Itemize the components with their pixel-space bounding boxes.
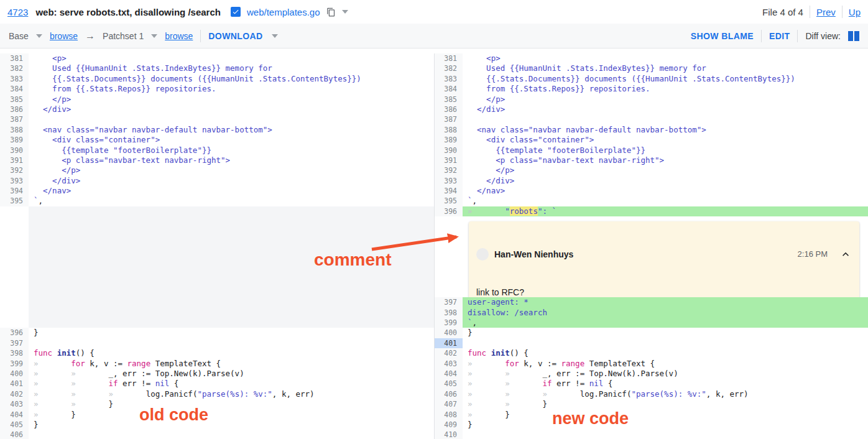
prev-file-link[interactable]: Prev (816, 7, 836, 17)
right-line-number[interactable]: 400 (434, 328, 463, 338)
right-line-number[interactable]: 383 (434, 74, 463, 84)
base-selector[interactable]: Base (9, 31, 29, 41)
right-line-number[interactable]: 396 (434, 206, 463, 216)
code-segment: <p> (468, 53, 501, 63)
right-line-number[interactable]: 389 (434, 135, 463, 145)
right-line-number[interactable]: 388 (434, 125, 463, 135)
diff-rows: 381 <p>381 <p>382 Used {{HumanUnit .Stat… (0, 49, 868, 439)
code-segment: nil (589, 379, 604, 388)
diff-row: 395`,395`, (0, 196, 868, 206)
left-line-number[interactable]: 395 (0, 196, 29, 206)
code-segment: for (71, 359, 85, 368)
left-line-number[interactable]: 381 (0, 53, 29, 63)
right-code-line: `, (463, 196, 868, 206)
left-line-number[interactable]: 403 (0, 399, 29, 409)
left-line-number[interactable]: 393 (0, 176, 29, 186)
right-line-number[interactable]: 397 (434, 297, 463, 307)
left-line-number[interactable]: 396 (0, 328, 29, 338)
patchset-dropdown-icon[interactable] (151, 34, 157, 38)
left-line-number[interactable]: 402 (0, 389, 29, 399)
right-line-number[interactable]: 390 (434, 146, 463, 155)
left-line-number[interactable]: 392 (0, 165, 29, 175)
right-line-number[interactable]: 384 (434, 84, 463, 94)
right-line-number[interactable]: 401 (434, 338, 463, 348)
left-line-number[interactable]: 382 (0, 63, 29, 73)
file-name-link[interactable]: web/templates.go (247, 7, 320, 17)
right-line-number[interactable]: 408 (434, 410, 463, 420)
left-line-number[interactable]: 406 (0, 430, 29, 439)
right-line-number[interactable]: 398 (434, 308, 463, 318)
right-line-number[interactable]: 381 (434, 53, 463, 63)
right-line-number[interactable]: 399 (434, 318, 463, 328)
right-line-number[interactable]: 406 (434, 389, 463, 399)
right-line-number[interactable]: 382 (434, 63, 463, 73)
right-line-number[interactable]: 404 (434, 369, 463, 379)
diff-row: 384 from {{.Stats.Repos}} repositories.3… (0, 84, 868, 94)
right-line-number[interactable]: 407 (434, 399, 463, 409)
left-line-number[interactable]: 385 (0, 95, 29, 104)
download-dropdown-icon[interactable] (272, 34, 278, 38)
right-line-number[interactable]: 409 (434, 420, 463, 430)
reviewed-checkbox[interactable] (231, 7, 241, 17)
left-line-number[interactable]: 399 (0, 359, 29, 369)
right-line-number[interactable]: 402 (434, 348, 463, 358)
left-line-number[interactable]: 390 (0, 146, 29, 155)
left-code-line: » » } (29, 399, 434, 409)
code-segment: err != (552, 379, 589, 388)
download-button[interactable]: DOWNLOAD (208, 31, 262, 41)
left-line-number[interactable]: 384 (0, 84, 29, 94)
left-line-number[interactable]: 387 (0, 114, 29, 124)
left-line-number[interactable]: 388 (0, 125, 29, 135)
right-line-number[interactable]: 385 (434, 95, 463, 104)
left-line-number[interactable]: 394 (0, 186, 29, 196)
left-code-line: » » _, err := Top.New(k).Parse(v) (29, 369, 434, 379)
right-line-number[interactable]: 386 (434, 104, 463, 114)
code-segment: init (57, 348, 76, 358)
right-line-number[interactable]: 392 (434, 165, 463, 175)
side-by-side-icon[interactable] (848, 31, 859, 41)
code-segment: , k, err) (706, 389, 749, 399)
diff-row: 406410 (0, 430, 868, 439)
collapse-comment-icon[interactable] (839, 248, 852, 261)
left-line-number[interactable]: 405 (0, 420, 29, 430)
code-segment: </nav> (468, 186, 505, 195)
left-line-number[interactable]: 401 (0, 379, 29, 389)
left-line-number[interactable]: 400 (0, 369, 29, 379)
code-segment: ": (538, 206, 552, 216)
right-code-line: `, (463, 318, 868, 328)
show-blame-button[interactable]: SHOW BLAME (691, 31, 754, 41)
copy-icon[interactable] (326, 7, 336, 17)
patchset-selector[interactable]: Patchset 1 (103, 31, 144, 41)
right-line-number[interactable]: 403 (434, 359, 463, 369)
right-code-line: </p> (463, 165, 868, 175)
left-line-number[interactable]: 391 (0, 155, 29, 165)
code-segment: </p> (34, 165, 80, 175)
browse-patchset-link[interactable]: browse (165, 31, 193, 41)
base-dropdown-icon[interactable] (36, 34, 42, 38)
left-line-number[interactable]: 397 (0, 338, 29, 348)
edit-button[interactable]: EDIT (769, 31, 790, 41)
right-line-number[interactable]: 387 (434, 114, 463, 124)
left-code-line: {{template "footerBoilerplate"}} (29, 146, 434, 155)
code-segment: , (473, 318, 478, 327)
up-link[interactable]: Up (849, 7, 861, 17)
left-line-number[interactable]: 404 (0, 410, 29, 420)
code-segment: ` (34, 196, 39, 205)
code-segment: <p class="navbar-text navbar-right"> (468, 155, 664, 165)
code-segment (52, 348, 57, 358)
change-number-link[interactable]: 4723 (7, 7, 28, 17)
right-line-number[interactable]: 391 (434, 155, 463, 165)
left-code-line (29, 216, 434, 297)
left-line-number[interactable]: 398 (0, 348, 29, 358)
right-line-number[interactable]: 394 (434, 186, 463, 196)
left-line-number[interactable]: 383 (0, 74, 29, 84)
left-code-line: </nav> (29, 186, 434, 196)
right-line-number[interactable]: 405 (434, 379, 463, 389)
left-line-number[interactable]: 389 (0, 135, 29, 145)
browse-base-link[interactable]: browse (50, 31, 78, 41)
right-line-number[interactable]: 395 (434, 196, 463, 206)
left-line-number[interactable]: 386 (0, 104, 29, 114)
right-line-number[interactable]: 393 (434, 176, 463, 186)
file-dropdown-icon[interactable] (342, 10, 348, 14)
right-line-number[interactable]: 410 (434, 430, 463, 439)
